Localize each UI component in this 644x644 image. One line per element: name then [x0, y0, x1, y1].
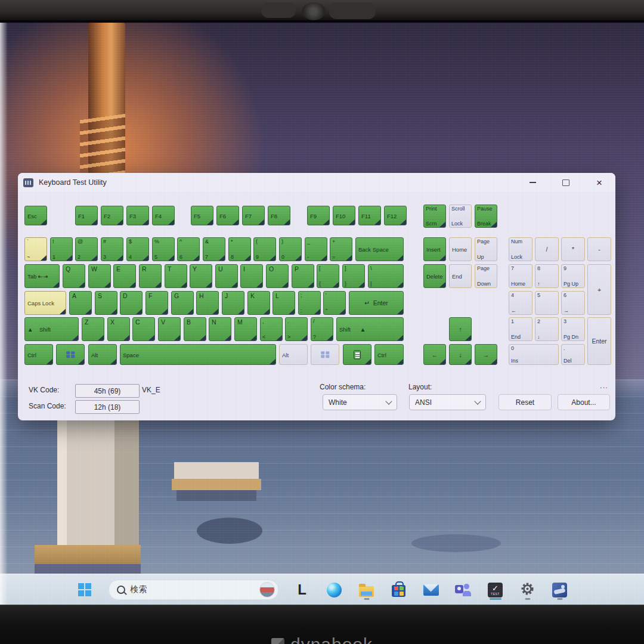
search-highlight-thumbnail: [259, 582, 275, 597]
key-grave: `~: [24, 237, 47, 261]
key-print-screen: PrintScrn: [423, 205, 446, 228]
key-arrow-down: ↓: [449, 344, 472, 365]
key-k: K: [247, 291, 270, 315]
key-5: %5: [152, 237, 175, 261]
key-np-2: 2↓: [535, 317, 559, 341]
keyboard-test-app-icon[interactable]: ✓TEST: [487, 578, 504, 602]
reset-button[interactable]: Reset: [499, 394, 552, 410]
settings-icon[interactable]: [519, 578, 536, 602]
key-bracket-left: [{: [317, 264, 339, 288]
key-8: *8: [228, 237, 251, 261]
window-titlebar[interactable]: Keyboard Test Utility ×: [18, 173, 615, 192]
key-slash: /?: [311, 317, 333, 341]
color-schema-select[interactable]: White: [323, 394, 397, 410]
color-schema-value: White: [329, 398, 347, 407]
key-b: B: [184, 317, 206, 341]
key-enter: ↵ Enter: [349, 291, 404, 315]
key-f2: F2: [101, 206, 123, 225]
key-u: U: [215, 264, 238, 288]
key-tab: Tab ⇤⇥: [24, 264, 60, 288]
key-f8: F8: [268, 206, 290, 225]
wallpaper-bridge-lights: [80, 114, 125, 180]
wallpaper-pier-band: [172, 479, 261, 490]
key-np-multiply: *: [561, 237, 585, 261]
file-explorer-icon[interactable]: [358, 578, 375, 602]
minimize-icon: [530, 182, 536, 183]
running-indicator: [525, 598, 530, 600]
close-button[interactable]: ×: [589, 175, 609, 190]
key-insert: Insert: [423, 237, 446, 261]
screen-edge-glare: [0, 23, 8, 605]
vk-name: VK_E: [142, 386, 160, 394]
key-f4: F4: [152, 206, 175, 225]
chevron-down-icon: [474, 398, 481, 404]
layout-select[interactable]: ANSI: [409, 394, 486, 410]
store-icon[interactable]: [391, 578, 407, 602]
key-np-minus: -: [587, 237, 611, 261]
more-button[interactable]: ...: [596, 381, 612, 390]
key-scroll-lock: ScrollLock: [449, 205, 472, 228]
key-alt-left: Alt: [88, 344, 117, 365]
key-f10: F10: [333, 206, 355, 225]
dynabook-logo-text: dynabook: [290, 634, 373, 644]
key-f3: F3: [126, 206, 149, 225]
key-d: D: [120, 291, 143, 315]
key-win-right: [311, 344, 339, 365]
key-f12: F12: [384, 206, 407, 225]
key-menu: [343, 344, 371, 365]
key-4: $4: [126, 237, 149, 261]
layout-value: ANSI: [415, 398, 432, 407]
teams-icon[interactable]: [455, 578, 472, 602]
key-win-left: [56, 344, 85, 365]
about-button[interactable]: About...: [558, 394, 610, 410]
key-ctrl-left: Ctrl: [24, 344, 53, 365]
search-placeholder: 検索: [131, 584, 254, 595]
key-backspace: Back Space: [355, 237, 404, 261]
key-np-1: 1End: [509, 317, 532, 341]
key-np-9: 9Pg Up: [561, 264, 585, 288]
laptop-bezel-bottom: dynabook: [0, 605, 644, 644]
key-backslash: \|: [368, 264, 404, 288]
key-f11: F11: [358, 206, 381, 225]
key-period: .>: [285, 317, 308, 341]
l-app-icon[interactable]: L: [294, 578, 311, 602]
system-app-icon[interactable]: [552, 578, 568, 602]
edge-icon[interactable]: [326, 578, 343, 602]
key-end: End: [449, 264, 472, 288]
wallpaper-wave-shadow: [197, 518, 262, 544]
screen: Keyboard Test Utility × EscF1F2F3F4F5F6F…: [0, 23, 644, 605]
key-ctrl-right: Ctrl: [374, 344, 404, 365]
key-np-0: 0Ins: [509, 344, 559, 365]
taskbar-search[interactable]: 検索: [109, 580, 278, 600]
running-indicator: [557, 598, 562, 600]
key-t: T: [165, 264, 187, 288]
maximize-button[interactable]: [556, 175, 576, 190]
key-v: V: [158, 317, 181, 341]
start-icon[interactable]: [76, 578, 93, 602]
key-7: &7: [203, 237, 225, 261]
app-icon: [23, 178, 33, 187]
key-6: ^6: [177, 237, 200, 261]
keyboard-test-window: Keyboard Test Utility × EscF1F2F3F4F5F6F…: [18, 173, 615, 420]
dynabook-logo-mark: [271, 638, 284, 644]
wallpaper-wave-shadow-2: [411, 534, 501, 552]
key-space: Space: [120, 344, 276, 365]
key-num-lock: NumLock: [509, 237, 532, 261]
key-shift-left: ▲ Shift: [24, 317, 79, 341]
key-quote: '": [323, 291, 346, 315]
vk-code-value: 45h (69): [75, 384, 140, 398]
key-pause-break: PauseBreak: [475, 205, 497, 228]
key-e: E: [113, 264, 136, 288]
key-f: F: [145, 291, 168, 315]
mail-icon[interactable]: [423, 578, 439, 602]
key-np-3: 3Pg Dn: [561, 317, 585, 341]
webcam-lens: [302, 2, 326, 20]
key-np-7: 7Home: [509, 264, 532, 288]
key-np-4: 4←: [509, 291, 532, 315]
key-x: X: [107, 317, 130, 341]
key-home: Home: [449, 237, 472, 261]
key-page-up: PageUp: [475, 237, 497, 261]
windows-logo-icon: [321, 351, 329, 358]
dynabook-logo: dynabook: [271, 634, 373, 644]
minimize-button[interactable]: [522, 175, 543, 190]
